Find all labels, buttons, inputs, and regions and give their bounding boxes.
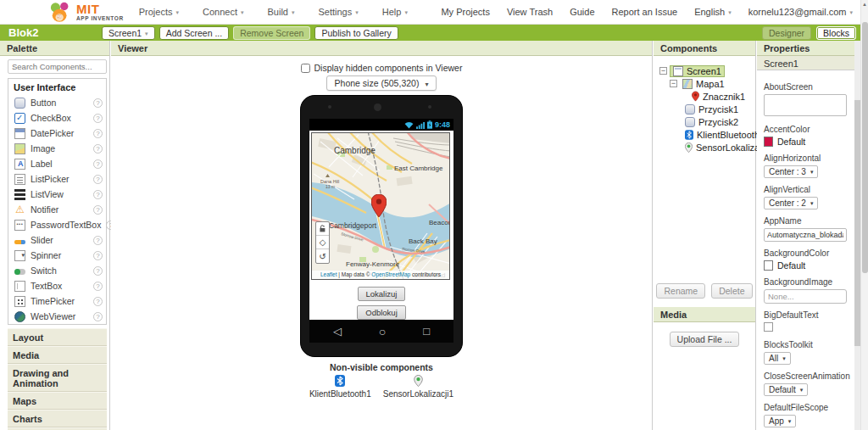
- background-image-picker[interactable]: None...: [764, 289, 847, 304]
- osm-link[interactable]: OpenStreetMap: [371, 271, 410, 277]
- publish-gallery-button[interactable]: Publish to Gallery: [314, 26, 398, 40]
- tree-item-przycisk1[interactable]: Przycisk1: [682, 104, 741, 114]
- map-marker-icon[interactable]: [371, 194, 387, 217]
- menu-help[interactable]: Help: [382, 7, 408, 17]
- textbox-icon: [14, 281, 25, 292]
- upload-file-button[interactable]: Upload File ...: [670, 332, 740, 347]
- menu-settings[interactable]: Settings: [318, 7, 358, 17]
- scroll-up-arrow-icon[interactable]: [861, 0, 868, 8]
- lokalizuj-button[interactable]: Lokalizuj: [358, 287, 406, 301]
- tree-item-screen1[interactable]: Screen1: [670, 65, 725, 77]
- home-icon[interactable]: [379, 326, 386, 338]
- help-icon[interactable]: [93, 312, 103, 321]
- palette-item-notifier[interactable]: Notifier: [8, 202, 106, 217]
- map-center-button[interactable]: ◇: [316, 236, 329, 249]
- odblokuj-button[interactable]: Odblokuj: [357, 305, 406, 320]
- back-icon[interactable]: [333, 326, 342, 337]
- palette-item-timepicker[interactable]: TimePicker: [8, 293, 106, 309]
- palette-category-drawing[interactable]: Drawing and Animation: [8, 364, 107, 392]
- phone-size-dropdown[interactable]: Phone size (505,320): [326, 75, 437, 91]
- tree-item-przycisk2[interactable]: Przycisk2: [682, 117, 741, 127]
- help-icon[interactable]: [93, 236, 103, 245]
- blocks-toggle-button[interactable]: Blocks: [816, 26, 856, 40]
- help-icon[interactable]: [93, 266, 103, 276]
- palette-item-datepicker[interactable]: DatePicker: [8, 126, 106, 141]
- palette-category-maps[interactable]: Maps: [8, 392, 107, 410]
- link-my-projects[interactable]: My Projects: [441, 7, 489, 17]
- leaflet-link[interactable]: Leaflet: [320, 271, 337, 277]
- nonvisible-klientbluetooth[interactable]: KlientBluetooth1: [309, 375, 371, 399]
- recents-icon[interactable]: [423, 326, 430, 337]
- tree-item-klientbluetooth1[interactable]: KlientBluetooth1: [682, 130, 767, 140]
- big-default-text-checkbox[interactable]: [764, 322, 773, 332]
- collapse-toggle[interactable]: [670, 80, 677, 87]
- default-file-scope-dropdown[interactable]: App: [764, 415, 796, 427]
- color-swatch: [764, 137, 773, 147]
- menu-projects[interactable]: Projects: [139, 7, 179, 17]
- account-dropdown[interactable]: kornelu123@gmail.com: [748, 7, 853, 17]
- background-color-picker[interactable]: Default: [764, 260, 849, 271]
- help-icon[interactable]: [93, 159, 103, 169]
- link-report-issue[interactable]: Report an Issue: [612, 7, 678, 17]
- tree-item-mapa1[interactable]: Mapa1: [680, 79, 727, 89]
- delete-button[interactable]: Delete: [711, 283, 752, 299]
- properties-scrollbar[interactable]: [854, 41, 860, 430]
- palette-search-input[interactable]: [8, 59, 107, 74]
- scrollbar-thumb[interactable]: [862, 22, 868, 273]
- help-icon[interactable]: [93, 282, 103, 291]
- display-hidden-checkbox[interactable]: [301, 64, 310, 73]
- close-screen-animation-dropdown[interactable]: Default: [764, 383, 808, 396]
- palette-item-switch[interactable]: Switch: [8, 263, 106, 278]
- palette-item-label[interactable]: Label: [8, 156, 106, 171]
- palette-item-textbox[interactable]: TextBox: [8, 278, 106, 293]
- screen-selector-button[interactable]: Screen1: [102, 26, 155, 40]
- palette-item-listview[interactable]: ListView: [8, 187, 106, 202]
- help-icon[interactable]: [93, 144, 103, 154]
- help-icon[interactable]: [93, 175, 103, 184]
- help-icon[interactable]: [93, 98, 103, 108]
- palette-item-webviewer[interactable]: WebViewer: [8, 309, 106, 324]
- accent-color-picker[interactable]: Default: [764, 137, 849, 147]
- palette-item-slider[interactable]: Slider: [8, 232, 106, 248]
- nonvisible-sensorlokalizacji[interactable]: SensorLokalizacji1: [383, 375, 453, 399]
- menu-build[interactable]: Build: [268, 7, 295, 17]
- help-icon[interactable]: [93, 251, 103, 260]
- app-name-input[interactable]: [764, 228, 847, 242]
- app-inventor-logo[interactable]: MIT APP INVENTOR: [49, 2, 124, 23]
- language-dropdown[interactable]: English: [694, 7, 732, 17]
- link-guide[interactable]: Guide: [570, 7, 594, 17]
- page-scrollbar[interactable]: [860, 0, 868, 430]
- map-lock-button[interactable]: [316, 222, 329, 236]
- help-icon[interactable]: [93, 114, 103, 123]
- designer-toggle-button[interactable]: Designer: [762, 26, 811, 40]
- align-horizontal-dropdown[interactable]: Center : 3: [764, 165, 818, 178]
- rename-button[interactable]: Rename: [656, 283, 705, 299]
- palette-item-listpicker[interactable]: ListPicker: [8, 171, 106, 187]
- blocks-toolkit-dropdown[interactable]: All: [764, 352, 791, 365]
- palette-item-passwordtextbox[interactable]: PasswordTextBox: [8, 217, 106, 232]
- palette-category-charts[interactable]: Charts: [8, 410, 107, 427]
- remove-screen-button[interactable]: Remove Screen: [233, 26, 310, 40]
- map-reset-button[interactable]: ↺: [316, 249, 329, 263]
- display-hidden-label: Display hidden components in Viewer: [314, 63, 463, 73]
- palette-category-media[interactable]: Media: [8, 346, 107, 364]
- help-icon[interactable]: [93, 205, 103, 215]
- help-icon[interactable]: [93, 129, 103, 138]
- about-screen-input[interactable]: [764, 94, 847, 116]
- collapse-toggle[interactable]: [659, 67, 667, 75]
- tree-item-znacznik1[interactable]: Znacznik1: [689, 91, 748, 102]
- palette-item-spinner[interactable]: Spinner: [8, 248, 106, 263]
- palette-item-checkbox[interactable]: CheckBox: [8, 110, 106, 126]
- add-screen-button[interactable]: Add Screen ...: [159, 26, 230, 40]
- help-icon[interactable]: [93, 190, 103, 199]
- map-component[interactable]: Cambridge East Cambridge Cambridgeport B…: [311, 132, 450, 280]
- menu-connect[interactable]: Connect: [203, 7, 244, 17]
- scrollbar-thumb[interactable]: [854, 100, 860, 346]
- align-vertical-dropdown[interactable]: Center : 2: [764, 197, 818, 209]
- link-view-trash[interactable]: View Trash: [507, 7, 553, 17]
- palette-section-user-interface[interactable]: User Interface: [8, 79, 106, 95]
- palette-category-layout[interactable]: Layout: [8, 328, 107, 346]
- help-icon[interactable]: [93, 297, 103, 306]
- palette-item-button[interactable]: Button: [8, 95, 106, 110]
- palette-item-image[interactable]: Image: [8, 141, 106, 156]
